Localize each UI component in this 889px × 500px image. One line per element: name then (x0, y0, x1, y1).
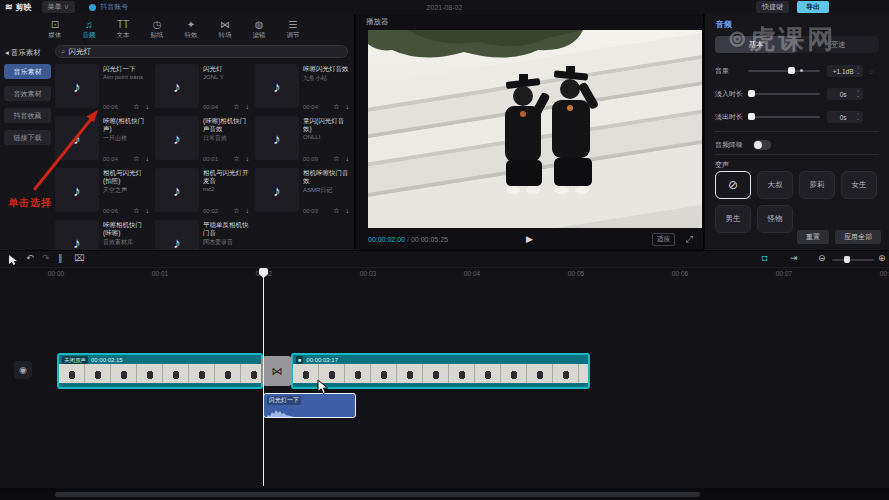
download-icon[interactable]: ↓ (346, 207, 350, 215)
stepper-down-icon[interactable]: ⌄ (856, 117, 860, 121)
music-artist: 九鱼小站 (303, 74, 349, 83)
music-card[interactable]: ♪ 闪光灯一下Aim point trans 00:06☆↓ (55, 64, 149, 112)
download-icon[interactable]: ↓ (146, 155, 150, 163)
stepper-down-icon[interactable]: ⌄ (856, 71, 860, 75)
voice-option-male[interactable]: 男生 (715, 205, 751, 233)
canvas-ratio-button[interactable]: 适应 (652, 233, 675, 246)
favorite-icon[interactable]: ☆ (233, 103, 239, 111)
voice-option-uncle[interactable]: 大叔 (757, 171, 793, 199)
fade-in-value-box[interactable]: 0s⌃⌄ (827, 88, 863, 100)
music-card[interactable]: ♪ 咔嚓(相机快门声)一只山楂 00:04☆↓ (55, 116, 149, 164)
fade-in-slider-handle[interactable] (748, 90, 755, 97)
volume-slider[interactable] (748, 70, 820, 72)
voice-option-loli[interactable]: 萝莉 (799, 171, 835, 199)
music-card[interactable]: ♪ 平稳单反相机快门音阿杰爱录音 00:02☆↓ (155, 220, 249, 250)
favorite-icon[interactable]: ☆ (333, 207, 339, 215)
voice-option-monster[interactable]: 怪物 (757, 205, 793, 233)
fade-out-slider-handle[interactable] (748, 113, 755, 120)
fade-out-slider[interactable] (748, 116, 820, 118)
tab-text[interactable]: TT文本 (108, 15, 138, 43)
stepper-down-icon[interactable]: ⌄ (856, 94, 860, 98)
transition-block[interactable]: ⋈ (262, 356, 292, 386)
fullscreen-icon[interactable]: ⤢ (686, 234, 693, 245)
music-card[interactable]: ♪ 相机咔嚓快门音效ASMR日记 00:03☆↓ (255, 168, 349, 216)
tab-sticker[interactable]: ◷贴纸 (142, 15, 172, 43)
volume-value-box[interactable]: +1.1dB⌃⌄ (827, 65, 863, 77)
avatar[interactable] (89, 4, 96, 11)
shortcuts-button[interactable]: 快捷键 (756, 1, 789, 13)
favorite-icon[interactable]: ☆ (233, 207, 239, 215)
volume-stepper[interactable]: ⌃⌄ (856, 68, 860, 75)
volume-slider-handle[interactable] (788, 67, 795, 74)
reset-button[interactable]: 重置 (797, 230, 829, 244)
download-icon[interactable]: ↓ (246, 207, 250, 215)
menu-button[interactable]: 菜单 ∨ (42, 1, 76, 13)
music-card[interactable]: ♪ 闪光灯JONL Y 00:04☆↓ (155, 64, 249, 112)
tab-filter[interactable]: ◍滤镜 (244, 15, 274, 43)
tab-media[interactable]: ⊡媒体 (40, 15, 70, 43)
apply-all-button[interactable]: 应用全部 (835, 230, 881, 244)
favorite-icon[interactable]: ☆ (133, 155, 139, 163)
sidebar-item-music-assets[interactable]: 音乐素材 (4, 64, 51, 79)
select-tool-icon[interactable] (8, 254, 20, 266)
search-input[interactable]: ⌕ 闪光灯 (55, 45, 348, 58)
sidebar-item-douyin-favorites[interactable]: 抖音收藏 (4, 108, 51, 123)
audio-clip[interactable]: 闪光灯一下 (263, 393, 356, 418)
volume-keyframe-icon[interactable]: ◌ (869, 67, 874, 76)
export-button[interactable]: 导出 (797, 1, 829, 13)
music-card[interactable]: ♪ 咔嚓闪光灯音效九鱼小站 00:04☆↓ (255, 64, 349, 112)
music-card[interactable]: ♪ (咔嚓)相机快门声音效日常音效 00:01☆↓ (155, 116, 249, 164)
delete-icon[interactable]: ⌧ (74, 253, 84, 263)
track-head-button[interactable]: ◉ (14, 361, 32, 379)
music-card[interactable]: ♪ 相机与闪光灯开麦音mc2 00:02☆↓ (155, 168, 249, 216)
tab-effects[interactable]: ✦特效 (176, 15, 206, 43)
split-icon[interactable]: ∥ (58, 253, 63, 263)
current-timecode[interactable]: 00:00:02:00 (368, 236, 405, 243)
noise-reduction-toggle[interactable] (753, 140, 771, 150)
favorite-icon[interactable]: ☆ (233, 155, 239, 163)
voice-option-none[interactable]: ⊘ (715, 171, 751, 199)
favorite-icon[interactable]: ☆ (133, 103, 139, 111)
download-icon[interactable]: ↓ (146, 103, 150, 111)
download-icon[interactable]: ↓ (146, 207, 150, 215)
redo-icon[interactable]: ↷ (42, 253, 50, 263)
fade-in-slider[interactable] (748, 93, 820, 95)
favorite-icon[interactable]: ☆ (333, 155, 339, 163)
tab-speed[interactable]: 变速 (797, 36, 879, 53)
undo-icon[interactable]: ↶ (26, 253, 34, 263)
timeline-zoom-slider[interactable] (832, 259, 874, 261)
play-button[interactable]: ▶ (526, 234, 533, 244)
favorite-icon[interactable]: ☆ (133, 207, 139, 215)
sidebar-item-link-download[interactable]: 链接下载 (4, 130, 51, 145)
music-card[interactable]: ♪ 咔嚓相机快门(咔嚓)音效素材库 00:03☆↓ (55, 220, 149, 250)
favorite-icon[interactable]: ☆ (333, 103, 339, 111)
tab-audio[interactable]: ♫音频 (74, 15, 104, 43)
zoom-in-icon[interactable]: ⊕ (878, 253, 886, 263)
voice-option-female[interactable]: 女生 (841, 171, 877, 199)
sidebar-item-sound-effects[interactable]: 音效素材 (4, 86, 51, 101)
tab-transition[interactable]: ⋈转场 (210, 15, 240, 43)
music-card[interactable]: ♪ 量闪(闪光灯音效)ONLLI 00:09☆↓ (255, 116, 349, 164)
download-icon[interactable]: ↓ (246, 103, 250, 111)
download-icon[interactable]: ↓ (346, 103, 350, 111)
video-clip-2[interactable]: ■ 00:00:03:17 (291, 353, 590, 389)
main-track-magnet-icon[interactable]: ◘ (762, 253, 767, 263)
preview-video-frame[interactable] (368, 30, 702, 228)
download-icon[interactable]: ↓ (246, 155, 250, 163)
video-clip-1[interactable]: 关闭原声 00:00:02:15 (57, 353, 263, 389)
snap-icon[interactable]: ⇥ (790, 253, 798, 263)
fade-out-stepper[interactable]: ⌃⌄ (856, 114, 860, 121)
fade-in-stepper[interactable]: ⌃⌄ (856, 91, 860, 98)
timeline-scrollbar-thumb[interactable] (55, 492, 700, 497)
tab-adjust[interactable]: ☰调节 (278, 15, 308, 43)
download-icon[interactable]: ↓ (346, 155, 350, 163)
breadcrumb[interactable]: ◂ 音乐素材 (5, 48, 41, 58)
account-name[interactable]: 抖音账号 (100, 2, 128, 12)
fade-out-value-box[interactable]: 0s⌃⌄ (827, 111, 863, 123)
zoom-slider-handle[interactable] (844, 256, 850, 263)
playhead-line[interactable] (263, 268, 264, 486)
music-card[interactable]: ♪ 相机与闪光灯(拍照)天空之声 00:06☆↓ (55, 168, 149, 216)
mute-original-badge[interactable]: 关闭原声 (62, 356, 88, 364)
tab-basic[interactable]: 基本 (715, 36, 797, 53)
zoom-out-icon[interactable]: ⊖ (818, 253, 826, 263)
